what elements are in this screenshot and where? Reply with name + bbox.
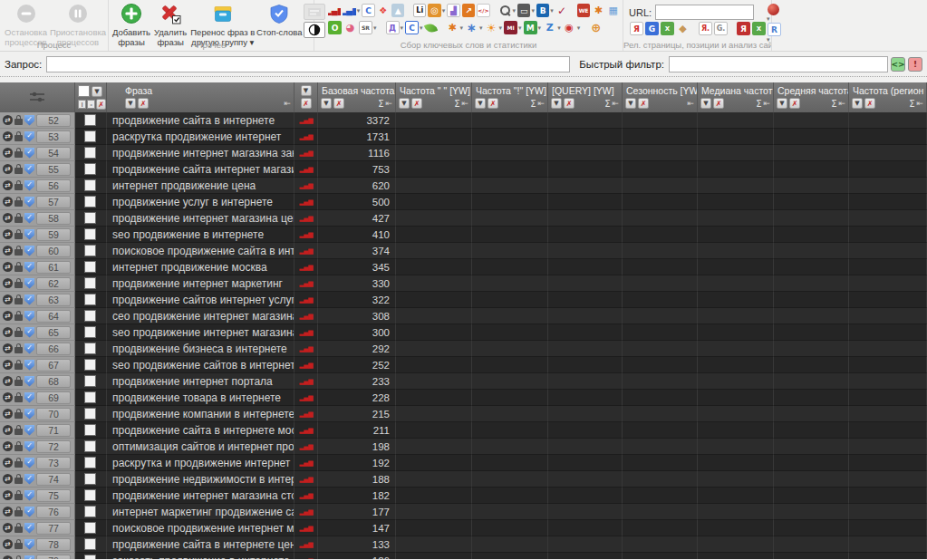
row-checkbox-cell[interactable]	[75, 341, 107, 357]
row-checkbox[interactable]	[84, 196, 96, 208]
mini-chart-icon[interactable]: ▂▄▆	[299, 541, 313, 548]
row-number-button[interactable]: 69	[36, 391, 71, 404]
mini-chart-icon[interactable]: ▂▄▆	[299, 215, 313, 222]
dropdown-caret-icon[interactable]: ▾	[557, 24, 561, 32]
phrase-history-cell[interactable]: ▂▄▆	[295, 243, 318, 259]
lock-icon[interactable]	[14, 213, 23, 223]
column-title[interactable]: Частота (регион	[849, 82, 926, 96]
phrase-cell[interactable]: интернет маркетинг продвижение сайто	[107, 504, 295, 520]
phrase-history-cell[interactable]: ▂▄▆	[295, 194, 318, 210]
row-number-button[interactable]: 65	[36, 326, 71, 339]
phrase-cell[interactable]: продвижение товара в интернете	[107, 390, 295, 406]
filter-edit-icon[interactable]: ▼	[475, 98, 486, 109]
phrase-cell[interactable]: продвижение интернет магазина стоимо	[107, 488, 295, 504]
leaf-icon[interactable]	[423, 22, 437, 34]
row-checkbox-cell[interactable]	[75, 275, 107, 292]
transfer-icon[interactable]: ⇄	[3, 343, 13, 353]
pin-column-icon[interactable]: ⇤	[687, 99, 694, 108]
filter-clear-icon[interactable]: ✗	[789, 98, 800, 109]
row-checkbox-cell[interactable]	[75, 488, 107, 504]
phrase-history-cell[interactable]: ▂▄▆	[295, 536, 318, 553]
mini-chart-icon[interactable]: ▂▄▆	[299, 313, 313, 320]
calc-grid-icon[interactable]: ▦	[607, 4, 620, 17]
lock-icon[interactable]	[14, 507, 23, 517]
filter-edit-icon[interactable]: ▼	[700, 98, 711, 109]
filter-edit-icon[interactable]: ▼	[125, 98, 136, 109]
lock-icon[interactable]	[14, 246, 23, 256]
mini-chart-icon[interactable]: ▂▄▆	[299, 182, 313, 189]
row-number-button[interactable]: 61	[36, 261, 71, 274]
column-header--query-yw-[interactable]: [QUERY] [YW]▼✗Σ⇤	[548, 82, 623, 112]
phrase-history-cell[interactable]: ▂▄▆	[295, 422, 318, 439]
row-checkbox-cell[interactable]	[75, 553, 107, 559]
mini-chart-icon[interactable]: ▂▄▆	[299, 133, 313, 140]
phrase-history-cell[interactable]: ▂▄▆	[295, 455, 318, 471]
row-number-button[interactable]: 67	[36, 359, 71, 372]
dropdown-caret-icon[interactable]: ▾	[531, 7, 535, 14]
row-number-button[interactable]: 79	[36, 555, 71, 560]
sum-icon[interactable]: Σ	[756, 99, 761, 109]
transfer-icon[interactable]: ⇄	[3, 409, 13, 419]
shield-check-icon[interactable]: ✓	[24, 262, 34, 273]
phrase-history-cell[interactable]: ▂▄▆	[295, 145, 318, 161]
transfer-icon[interactable]: ⇄	[3, 360, 13, 370]
shield-check-icon[interactable]: ✓	[24, 180, 34, 191]
column-header-сезонность-yw[interactable]: Сезонность [YW▼✗⇤	[623, 82, 698, 112]
bing-icon[interactable]: B	[536, 4, 549, 17]
row-checkbox-cell[interactable]	[75, 194, 107, 210]
shield-check-icon[interactable]: ✓	[24, 327, 34, 338]
webeffector-icon[interactable]: WE	[577, 4, 590, 17]
transfer-icon[interactable]: ⇄	[3, 523, 13, 533]
row-checkbox[interactable]	[84, 408, 96, 420]
row-checkbox-cell[interactable]	[75, 161, 107, 178]
phrase-history-cell[interactable]: ▂▄▆	[295, 292, 318, 308]
mini-chart-icon[interactable]: ▂▄▆	[299, 280, 313, 287]
row-number-button[interactable]: 66	[36, 343, 71, 355]
mini-chart-icon[interactable]: ▂▄▆	[299, 117, 313, 124]
row-number-button[interactable]: 75	[36, 489, 71, 502]
transfer-icon[interactable]: ⇄	[3, 474, 13, 484]
filter-edit-icon[interactable]: ▼	[625, 98, 636, 109]
validate-check-icon[interactable]: ✓	[555, 4, 568, 17]
lock-icon[interactable]	[14, 392, 23, 402]
phrase-history-cell[interactable]: ▂▄▆	[295, 259, 318, 275]
row-checkbox-cell[interactable]	[75, 504, 107, 520]
phrase-history-cell[interactable]: ▂▄▆	[295, 308, 318, 324]
phrase-cell[interactable]: поисковое продвижение интернет магаз	[107, 520, 295, 536]
row-checkbox[interactable]	[84, 163, 96, 175]
phrase-cell[interactable]: seo продвижение сайтов в интернете	[107, 357, 295, 373]
shield-check-icon[interactable]: ✓	[24, 555, 34, 560]
row-checkbox-cell[interactable]	[75, 455, 107, 471]
mini-chart-icon[interactable]: ▂▄▆	[299, 508, 313, 516]
shield-check-icon[interactable]: ✓	[24, 392, 34, 403]
dropdown-caret-icon[interactable]: ▾	[518, 24, 522, 32]
row-number-button[interactable]: 73	[36, 457, 71, 469]
yandex-analysis-icon[interactable]: Я	[737, 22, 750, 35]
filter-edit-icon[interactable]: ▼	[399, 98, 410, 109]
row-number-button[interactable]: 59	[36, 228, 71, 241]
phrase-cell[interactable]: продвижение интернет портала	[107, 373, 295, 390]
row-number-button[interactable]: 76	[36, 506, 71, 518]
pin-column-icon[interactable]: ⇤	[838, 99, 845, 108]
phrase-history-cell[interactable]: ▂▄▆	[295, 275, 318, 292]
stop-words-button[interactable]: Стоп-слова	[256, 2, 302, 39]
spider-icon[interactable]: ∗	[465, 21, 478, 34]
row-number-button[interactable]: 68	[36, 375, 71, 388]
row-number-button[interactable]: 64	[36, 310, 71, 323]
row-checkbox[interactable]	[84, 473, 96, 485]
shield-check-icon[interactable]: ✓	[24, 294, 34, 305]
row-checkbox[interactable]	[84, 310, 96, 322]
dropdown-caret-icon[interactable]: ▾	[357, 7, 361, 14]
hand-collect-icon[interactable]: ✱	[592, 4, 604, 17]
mini-chart-icon[interactable]: ▂▄▆	[299, 378, 313, 385]
transfer-icon[interactable]: ⇄	[3, 507, 13, 517]
column-header-средняя-частота[interactable]: Средняя частота▼✗Σ⇤	[774, 82, 849, 112]
row-checkbox-cell[interactable]	[75, 324, 107, 341]
filter-clear-icon[interactable]: ✗	[638, 98, 649, 109]
lock-icon[interactable]	[14, 115, 23, 125]
filter-clear-icon[interactable]: ✗	[488, 98, 498, 109]
lock-icon[interactable]	[14, 425, 23, 435]
column-header-частота-регион[interactable]: Частота (регион▼✗Σ⇤	[849, 82, 927, 112]
lock-icon[interactable]	[14, 490, 23, 500]
phrase-history-cell[interactable]: ▂▄▆	[295, 390, 318, 406]
